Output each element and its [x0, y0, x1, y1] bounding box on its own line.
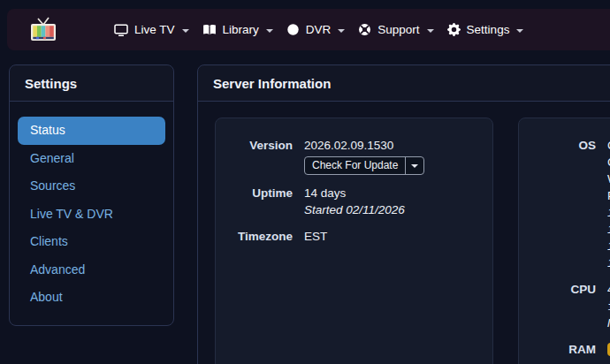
- sidebar-item-live-tv-dvr[interactable]: Live TV & DVR: [18, 201, 165, 229]
- sidebar-item-status[interactable]: Status: [18, 117, 165, 145]
- nav-item-live-tv[interactable]: Live TV: [114, 23, 189, 37]
- nav-item-support[interactable]: Support: [358, 23, 433, 36]
- server-info-panel: Version 2026.02.09.1530 Check For Update…: [215, 118, 493, 364]
- channels-tv-logo[interactable]: [29, 17, 57, 43]
- chevron-down-icon: [427, 29, 434, 33]
- version-label: Version: [216, 137, 293, 154]
- cpu-label: CPU: [519, 281, 596, 298]
- os-row: OS G G W P 1 1 1 1: [519, 137, 610, 271]
- sidebar-title: Settings: [10, 65, 173, 102]
- ram-row: RAM: [519, 341, 610, 360]
- nav-item-label: Settings: [467, 23, 510, 36]
- chevron-down-icon: [516, 29, 523, 33]
- gear-icon: [447, 23, 461, 36]
- uptime-started-note: Started 02/11/2026: [304, 201, 405, 218]
- tv-logo-icon: [29, 17, 57, 43]
- nav-menu: Live TV Library DVR: [114, 23, 523, 37]
- chevron-down-icon: [266, 29, 273, 33]
- cpu-row: CPU 4 i lo: [519, 281, 610, 331]
- sidebar-item-advanced[interactable]: Advanced: [18, 256, 165, 284]
- uptime-value: 14 days: [304, 185, 405, 201]
- chevron-down-icon: [182, 29, 189, 33]
- os-label: OS: [519, 137, 596, 154]
- nav-item-dvr[interactable]: DVR: [286, 23, 346, 36]
- sidebar-menu: Status General Sources Live TV & DVR Cli…: [10, 102, 173, 327]
- timezone-value: EST: [304, 228, 327, 245]
- book-icon: [202, 23, 217, 37]
- top-navbar: Live TV Library DVR: [7, 9, 610, 50]
- sidebar-item-general[interactable]: General: [18, 145, 165, 173]
- nav-item-settings[interactable]: Settings: [447, 23, 524, 36]
- server-information-card: Server Information Version 2026.02.09.15…: [197, 64, 610, 364]
- sidebar-item-sources[interactable]: Sources: [18, 172, 165, 201]
- nav-item-label: Support: [377, 23, 419, 36]
- record-circle-icon: [286, 23, 300, 36]
- chevron-down-icon: [338, 29, 345, 33]
- version-value-block: 2026.02.09.1530 Check For Update: [304, 137, 424, 175]
- nav-item-label: Live TV: [134, 23, 175, 36]
- uptime-value-block: 14 days Started 02/11/2026: [304, 185, 405, 218]
- check-for-update-button[interactable]: Check For Update: [304, 156, 424, 175]
- uptime-row: Uptime 14 days Started 02/11/2026: [216, 185, 492, 218]
- system-info-panel: OS G G W P 1 1 1 1 CPU 4 i lo: [518, 118, 610, 364]
- timezone-row: Timezone EST: [216, 228, 492, 245]
- version-row: Version 2026.02.09.1530 Check For Update: [216, 137, 492, 175]
- version-value: 2026.02.09.1530: [304, 137, 424, 154]
- life-ring-icon: [358, 23, 371, 36]
- timezone-label: Timezone: [216, 228, 293, 245]
- settings-sidebar: Settings Status General Sources Live TV …: [9, 64, 174, 326]
- nav-item-library[interactable]: Library: [202, 23, 273, 37]
- check-for-update-label: Check For Update: [305, 157, 405, 174]
- display-icon: [114, 23, 128, 37]
- uptime-label: Uptime: [216, 185, 293, 201]
- nav-item-label: DVR: [306, 23, 332, 36]
- server-information-body: Version 2026.02.09.1530 Check For Update…: [198, 102, 610, 364]
- update-dropdown-toggle[interactable]: [405, 157, 423, 174]
- sidebar-item-clients[interactable]: Clients: [18, 228, 165, 256]
- sidebar-item-about[interactable]: About: [18, 284, 165, 312]
- ram-label: RAM: [519, 341, 596, 358]
- page-title: Server Information: [198, 65, 610, 102]
- chevron-down-icon: [411, 164, 418, 168]
- nav-item-label: Library: [223, 23, 259, 36]
